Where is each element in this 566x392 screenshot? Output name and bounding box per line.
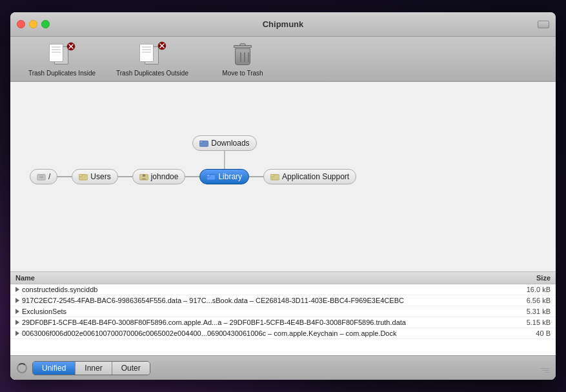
trash-duplicates-inside-icon <box>49 41 75 67</box>
move-to-trash-label: Move to Trash <box>222 69 263 77</box>
bottom-bar: Unified Inner Outer <box>10 355 556 380</box>
file-row[interactable]: constructedids.synciddb 16.0 kB <box>10 284 556 295</box>
header-name: Name <box>15 274 505 282</box>
file-row[interactable]: 29DF0BF1-5CFB-4E4B-B4F0-3008F80F5896.com… <box>10 317 556 328</box>
file-size: 40 B <box>505 329 551 337</box>
connector-3 <box>185 176 199 177</box>
tab-inner[interactable]: Inner <box>76 362 112 375</box>
window-title: Chipmunk <box>263 19 304 29</box>
trash-duplicates-inside-button[interactable]: Trash Duplicates Inside <box>17 38 107 81</box>
trash-duplicates-outside-button[interactable]: Trash Duplicates Outside <box>107 38 197 81</box>
move-to-trash-icon <box>230 41 256 67</box>
file-name: 917C2EC7-2545-4FAB-BAC6-99863654F556.dat… <box>15 297 505 304</box>
toolbar: Trash Duplicates Inside <box>10 37 556 82</box>
expand-triangle[interactable] <box>15 287 19 292</box>
trash-duplicates-outside-label: Trash Duplicates Outside <box>116 69 188 77</box>
file-name: constructedids.synciddb <box>15 286 505 293</box>
file-row[interactable]: 0063006f006d002e006100700070006c0065002e… <box>10 328 556 339</box>
maximize-button[interactable] <box>41 20 50 28</box>
connector-2 <box>118 176 132 177</box>
header-size: Size <box>505 274 551 282</box>
expand-triangle[interactable] <box>15 320 19 325</box>
file-size: 5.15 kB <box>505 318 551 326</box>
svg-point-14 <box>143 175 145 177</box>
loading-spinner <box>17 363 27 373</box>
breadcrumb-row: / Users <box>30 169 356 184</box>
expand-triangle[interactable] <box>15 298 19 303</box>
main-area: Downloads / <box>10 82 556 271</box>
file-name: 0063006f006d002e006100700070006c0065002e… <box>15 329 505 337</box>
resize-grip <box>540 364 549 373</box>
file-row[interactable]: 917C2EC7-2545-4FAB-BAC6-99863654F556.dat… <box>10 295 556 306</box>
tab-unified[interactable]: Unified <box>33 362 76 375</box>
svg-rect-7 <box>199 141 203 143</box>
node-library[interactable]: Library <box>199 169 249 184</box>
svg-rect-8 <box>37 175 45 181</box>
close-button[interactable] <box>17 20 25 28</box>
file-rows-container: constructedids.synciddb 16.0 kB 917C2EC7… <box>10 284 556 339</box>
window-zoom-control[interactable] <box>538 21 549 28</box>
expand-triangle[interactable] <box>15 331 19 336</box>
svg-rect-12 <box>79 175 82 177</box>
nav-area: Downloads / <box>10 82 556 271</box>
node-downloads[interactable]: Downloads <box>192 135 256 151</box>
file-row[interactable]: ExclusionSets 5.31 kB <box>10 306 556 317</box>
node-johndoe[interactable]: johndoe <box>132 169 186 184</box>
file-list-header: Name Size <box>10 272 556 284</box>
node-application-support[interactable]: Application Support <box>263 169 356 184</box>
traffic-lights <box>10 20 50 28</box>
connector-1 <box>57 176 72 177</box>
expand-triangle[interactable] <box>15 309 19 314</box>
file-size: 6.56 kB <box>505 297 551 304</box>
tab-outer[interactable]: Outer <box>112 362 150 375</box>
trash-duplicates-inside-label: Trash Duplicates Inside <box>28 69 96 77</box>
minimize-button[interactable] <box>29 20 37 28</box>
main-window: Chipmunk <box>10 12 556 380</box>
connector-4 <box>249 176 263 177</box>
file-name: 29DF0BF1-5CFB-4E4B-B4F0-3008F80F5896.com… <box>15 318 505 326</box>
file-size: 5.31 kB <box>505 308 551 315</box>
file-list: Name Size constructedids.synciddb 16.0 k… <box>10 271 556 355</box>
trash-duplicates-outside-icon <box>139 41 165 67</box>
svg-rect-18 <box>270 175 274 177</box>
node-root[interactable]: / <box>30 169 57 184</box>
file-size: 16.0 kB <box>505 286 551 293</box>
view-mode-segmented-control: Unified Inner Outer <box>32 361 150 375</box>
file-name: ExclusionSets <box>15 308 505 315</box>
titlebar: Chipmunk <box>10 12 556 37</box>
move-to-trash-button[interactable]: Move to Trash <box>197 38 288 81</box>
svg-rect-16 <box>207 175 210 177</box>
node-users[interactable]: Users <box>72 169 117 184</box>
